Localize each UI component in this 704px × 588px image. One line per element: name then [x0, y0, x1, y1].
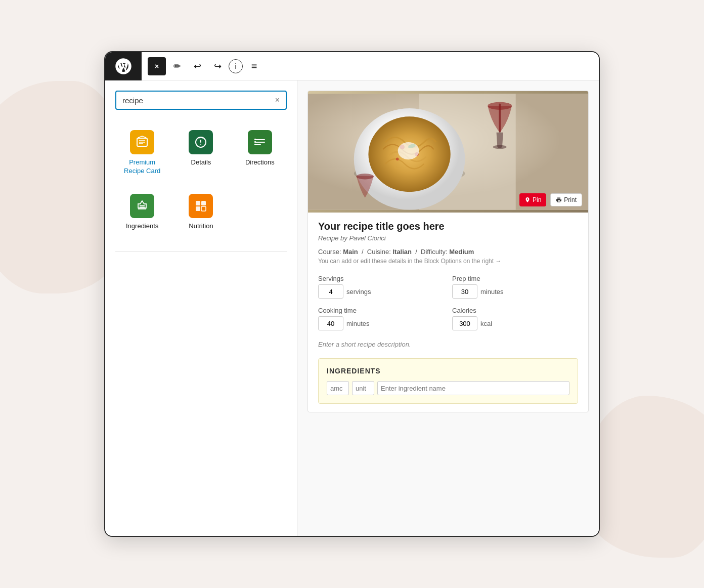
- undo-button[interactable]: ↩: [188, 57, 206, 75]
- recipe-meta: Course: Main / Cuisine: Italian / Diffic…: [318, 248, 578, 256]
- cuisine-value: Italian: [392, 248, 412, 256]
- image-actions: Pin Print: [519, 193, 582, 206]
- block-item-directions[interactable]: Directions: [233, 126, 287, 180]
- svg-rect-11: [254, 141, 256, 143]
- servings-unit: servings: [346, 288, 371, 296]
- prep-input[interactable]: 30: [452, 284, 477, 299]
- directions-icon-svg: [253, 135, 267, 149]
- svg-rect-19: [201, 206, 206, 211]
- svg-point-34: [357, 174, 374, 179]
- difficulty-value: Medium: [449, 248, 474, 256]
- svg-point-30: [398, 142, 419, 159]
- prep-group: Prep time 30 minutes: [452, 275, 578, 299]
- nutrition-icon: [189, 194, 213, 218]
- recipe-image: Pin Print: [308, 91, 588, 213]
- course-value: Main: [343, 248, 358, 256]
- ingredients-title: INGREDIENTS: [327, 367, 569, 375]
- premium-recipe-card-icon: [130, 130, 154, 154]
- recipe-description: Enter a short recipe description.: [318, 341, 578, 348]
- servings-input[interactable]: 4: [318, 284, 343, 299]
- svg-point-6: [200, 144, 201, 145]
- print-icon: [556, 197, 562, 203]
- details-icon: [189, 130, 213, 154]
- redo-button[interactable]: ↪: [208, 57, 227, 75]
- servings-input-row: 4 servings: [318, 284, 444, 299]
- edit-button[interactable]: ✏: [168, 57, 186, 75]
- toolbar-actions: × ✏ ↩ ↪ i ≡: [142, 57, 269, 75]
- svg-rect-18: [196, 206, 200, 211]
- info-button[interactable]: i: [229, 59, 243, 73]
- premium-recipe-card-label: Premium Recipe Card: [119, 158, 165, 176]
- servings-label: Servings: [318, 275, 444, 282]
- recipe-author: Recipe by Pavel Ciorici: [318, 234, 578, 242]
- details-icon-svg: [194, 135, 208, 149]
- recipe-body: Your recipe title goes here Recipe by Pa…: [308, 213, 588, 412]
- servings-group: Servings 4 servings: [318, 275, 444, 299]
- directions-icon: [248, 130, 272, 154]
- block-item-nutrition[interactable]: Nutrition: [174, 190, 228, 235]
- toolbar: × ✏ ↩ ↪ i ≡: [105, 52, 599, 80]
- prep-unit: minutes: [480, 288, 504, 296]
- nutrition-icon-svg: [194, 199, 208, 213]
- difficulty-label: Difficulty:: [421, 248, 448, 256]
- print-label: Print: [564, 196, 577, 203]
- svg-rect-16: [196, 201, 200, 205]
- print-button[interactable]: Print: [550, 193, 582, 206]
- recipe-stats: Servings 4 servings Prep time 30: [318, 275, 578, 330]
- calories-unit: kcal: [480, 320, 492, 327]
- calories-input[interactable]: 300: [452, 316, 477, 330]
- ingredients-label: Ingredients: [126, 222, 158, 231]
- main-content: recipe ×: [105, 80, 599, 536]
- recipe-title: Your recipe title goes here: [318, 221, 578, 232]
- cooking-input[interactable]: 40: [318, 316, 343, 330]
- cooking-input-row: 40 minutes: [318, 316, 444, 330]
- blob-right-bottom: [583, 396, 704, 558]
- svg-point-33: [493, 145, 507, 149]
- outer-background: × ✏ ↩ ↪ i ≡ recipe ×: [0, 0, 704, 588]
- block-item-details[interactable]: Details: [174, 126, 228, 180]
- menu-button[interactable]: ≡: [245, 57, 263, 75]
- calories-group: Calories 300 kcal: [452, 307, 578, 330]
- ingredient-name-input[interactable]: [377, 381, 569, 395]
- ingredient-amount-input[interactable]: [327, 381, 349, 395]
- blocks-grid: Premium Recipe Card Details: [115, 126, 287, 235]
- ingredients-section: INGREDIENTS: [318, 358, 578, 404]
- close-button[interactable]: ×: [148, 57, 166, 75]
- svg-rect-17: [201, 201, 206, 205]
- calories-input-row: 300 kcal: [452, 316, 578, 330]
- ingredients-icon: [130, 194, 154, 218]
- search-box: recipe ×: [115, 91, 287, 110]
- wordpress-logo: [105, 52, 142, 80]
- wp-logo-icon: [114, 57, 133, 75]
- ingredient-row: [327, 381, 569, 395]
- calories-label: Calories: [452, 307, 578, 314]
- search-input[interactable]: recipe: [122, 96, 275, 105]
- left-panel: recipe ×: [105, 80, 297, 536]
- svg-rect-10: [254, 139, 256, 140]
- ingredients-icon-svg: [135, 199, 149, 213]
- recipe-card-icon-svg: [135, 135, 149, 149]
- recipe-hint: You can add or edit these details in the…: [318, 258, 578, 265]
- svg-point-28: [396, 157, 399, 160]
- editor-window: × ✏ ↩ ↪ i ≡ recipe ×: [104, 51, 600, 537]
- cuisine-label: Cuisine:: [367, 248, 391, 256]
- nutrition-label: Nutrition: [189, 222, 213, 231]
- prep-input-row: 30 minutes: [452, 284, 578, 299]
- ingredient-unit-input[interactable]: [352, 381, 374, 395]
- details-label: Details: [191, 158, 211, 167]
- recipe-card: Pin Print Your recipe title: [307, 91, 589, 412]
- course-label: Course:: [318, 248, 341, 256]
- block-item-premium-recipe-card[interactable]: Premium Recipe Card: [115, 126, 169, 180]
- search-clear-button[interactable]: ×: [275, 96, 280, 105]
- pin-button[interactable]: Pin: [519, 193, 546, 206]
- cooking-group: Cooking time 40 minutes: [318, 307, 444, 330]
- directions-label: Directions: [245, 158, 275, 167]
- divider: [115, 251, 287, 251]
- right-panel: Pin Print Your recipe title: [297, 80, 599, 536]
- cooking-label: Cooking time: [318, 307, 444, 314]
- svg-rect-12: [254, 144, 256, 145]
- block-item-ingredients[interactable]: Ingredients: [115, 190, 169, 235]
- prep-label: Prep time: [452, 275, 578, 282]
- cooking-unit: minutes: [346, 320, 370, 327]
- pin-label: Pin: [533, 196, 541, 203]
